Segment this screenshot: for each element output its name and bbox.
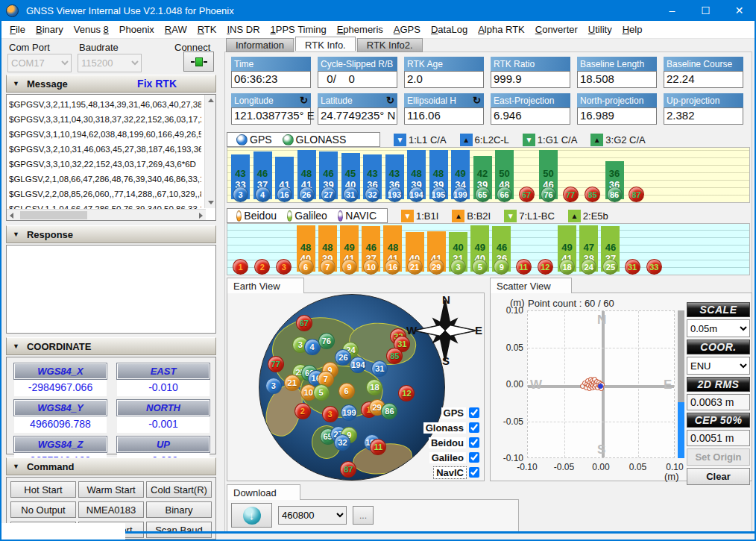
constellation-label-galileo: Galileo bbox=[429, 452, 466, 463]
glonass-dot-icon bbox=[283, 134, 294, 146]
bottom-accent-line bbox=[125, 531, 756, 534]
scroll-thumb[interactable] bbox=[20, 211, 87, 219]
sync-icon[interactable]: ↻ bbox=[473, 96, 481, 105]
message-section-title: Message bbox=[27, 78, 68, 90]
coordinate-system-select[interactable]: ENU bbox=[687, 357, 750, 375]
close-button[interactable]: ✕ bbox=[722, 0, 756, 21]
scroll-up-icon[interactable] bbox=[208, 98, 214, 102]
hot-start-button[interactable]: Hot Start bbox=[10, 481, 76, 498]
menu-item-rtk[interactable]: RTK bbox=[192, 22, 222, 37]
scatter-view-tab: Scatter View bbox=[490, 278, 572, 293]
binary-button[interactable]: Binary bbox=[146, 501, 212, 518]
clear-button[interactable]: Clear bbox=[687, 468, 750, 485]
sat-slot-33: 33 bbox=[644, 224, 665, 275]
menu-item-utility[interactable]: Utility bbox=[583, 22, 617, 37]
menu-item-datalog[interactable]: DataLog bbox=[426, 22, 473, 37]
constellation-checkbox-navic[interactable] bbox=[469, 467, 479, 478]
rtk-field-label: RTK Ratio bbox=[494, 59, 535, 69]
coordinate-header-up[interactable]: UP bbox=[117, 437, 210, 452]
menu-item-phoenix[interactable]: Phoenix bbox=[114, 22, 160, 37]
menu-item-agps[interactable]: AGPS bbox=[388, 22, 426, 37]
coordinate-header-wgs84-x[interactable]: WGS84_X bbox=[14, 363, 107, 379]
command-section-header[interactable]: ▼ Command bbox=[6, 457, 216, 475]
coordinate-field-east: EAST-0.010 bbox=[117, 363, 210, 399]
prn-badge-31: 31 bbox=[343, 187, 359, 202]
compass-east-label: E bbox=[475, 324, 482, 337]
menu-item-help[interactable]: Help bbox=[617, 22, 648, 37]
sat-slot-76: 504676 bbox=[538, 148, 559, 202]
maximize-button[interactable]: ☐ bbox=[689, 0, 722, 21]
sync-icon[interactable]: ↻ bbox=[386, 96, 394, 105]
coordinate-header-wgs84-y[interactable]: WGS84_Y bbox=[14, 400, 107, 416]
constellation-checkbox-gps[interactable] bbox=[469, 407, 479, 418]
coordinate-header-east[interactable]: EAST bbox=[117, 363, 210, 379]
download-button[interactable]: ↓ bbox=[231, 503, 272, 528]
tab-rtk-info[interactable]: RTK Info. bbox=[295, 37, 356, 51]
warm-start-button[interactable]: Warm Start bbox=[78, 481, 144, 498]
menu-item-binary[interactable]: Binary bbox=[31, 22, 69, 37]
scroll-left-icon[interactable] bbox=[10, 213, 13, 219]
menu-item-ephemeris[interactable]: Ephemeris bbox=[332, 22, 388, 37]
fix-rtk-status: Fix RTK bbox=[137, 78, 177, 90]
sat-slot-3: 3 bbox=[274, 224, 294, 275]
tab-rtk-info2[interactable]: RTK Info2. bbox=[357, 38, 423, 52]
nmea-message-list[interactable]: $GPGSV,3,2,11,195,48,134,39,31,46,063,40… bbox=[6, 94, 216, 221]
scale-select[interactable]: 0.05m bbox=[687, 319, 750, 337]
download-baudrate-select[interactable]: 460800 bbox=[278, 506, 347, 525]
menu-item-venus-8[interactable]: Venus 8 bbox=[69, 22, 114, 37]
cold-start-r-button[interactable]: Cold Start(R) bbox=[146, 481, 212, 498]
menu-item-converter[interactable]: Converter bbox=[530, 22, 583, 37]
constellation-checkbox-beidou[interactable] bbox=[469, 437, 479, 448]
scan-baud-button[interactable]: Scan Baud bbox=[146, 522, 212, 538]
message-vertical-scrollbar[interactable] bbox=[204, 95, 215, 208]
message-line: $GPGSV,3,1,10,194,62,038,48,199,60,166,4… bbox=[9, 127, 201, 142]
info-tabs: InformationRTK Info.RTK Info2. bbox=[226, 38, 424, 52]
sat-slot-32: 433632 bbox=[362, 148, 383, 202]
connect-button[interactable] bbox=[183, 51, 214, 72]
prn-badge-6: 6 bbox=[298, 259, 314, 275]
message-section-header[interactable]: ▼ Message Fix RTK bbox=[6, 75, 216, 93]
constellation-checkbox-galileo[interactable] bbox=[469, 452, 479, 463]
tab-information[interactable]: Information bbox=[226, 38, 294, 52]
prn-badge-87: 87 bbox=[629, 187, 644, 202]
constellation-checkbox-glonass[interactable] bbox=[469, 422, 479, 433]
menu-item-1pps-timing[interactable]: 1PPS Timing bbox=[265, 22, 332, 37]
scroll-down-icon[interactable] bbox=[208, 201, 214, 204]
menu-item-alpha-rtk[interactable]: Alpha RTK bbox=[473, 22, 530, 37]
coordinate-section-header[interactable]: ▼ COORDINATE bbox=[6, 337, 216, 355]
sat-slot-16: 4116 bbox=[274, 148, 295, 202]
sat-slot-3: 43333 bbox=[230, 148, 251, 202]
snr-f1-prn-86: 36 bbox=[605, 168, 625, 179]
triangle-down-icon: ▼ bbox=[523, 134, 535, 146]
collapse-icon: ▼ bbox=[13, 343, 19, 350]
no-output-button[interactable]: No Output bbox=[10, 501, 76, 518]
menu-item-raw[interactable]: RAW bbox=[160, 22, 192, 37]
constellation-row-navic: NavIC bbox=[423, 465, 479, 480]
sat-slot-5: 49405 bbox=[470, 224, 491, 275]
message-line: $GPGSV,3,2,10,31,46,063,45,27,38,187,46,… bbox=[9, 142, 201, 157]
nmea0183-button[interactable]: NMEA0183 bbox=[78, 501, 144, 518]
rtk-field-latitude: Latitude↻24.7749235° N bbox=[318, 93, 397, 125]
response-section-header[interactable]: ▼ Response bbox=[6, 225, 216, 243]
navic-dot-icon bbox=[338, 210, 343, 222]
sync-icon[interactable]: ↻ bbox=[300, 96, 308, 105]
prn-badge-193: 193 bbox=[387, 187, 403, 202]
earth-view-box: N S W E GPSGlonassBeidouGalileoNavIC 673… bbox=[227, 293, 485, 481]
coordinate-header-wgs84-z[interactable]: WGS84_Z bbox=[14, 437, 107, 452]
menu-item-file[interactable]: File bbox=[4, 22, 31, 37]
menu-item-ins-dr[interactable]: INS DR bbox=[221, 22, 265, 37]
baudrate-select[interactable]: 115200 bbox=[78, 54, 142, 72]
scroll-right-icon[interactable] bbox=[199, 213, 203, 219]
set-origin-button[interactable]: Set Origin bbox=[687, 448, 750, 466]
minimize-button[interactable]: – bbox=[655, 0, 689, 21]
browse-button[interactable]: ... bbox=[353, 506, 374, 525]
coordinate-value-wgs84-x: -2984967.066 bbox=[14, 379, 107, 396]
coordinate-header-north[interactable]: NORTH bbox=[117, 400, 210, 416]
sat-slot-193: 4336193 bbox=[385, 148, 406, 202]
cep-value: 0.0051 m bbox=[687, 430, 750, 446]
message-horizontal-scrollbar[interactable] bbox=[7, 209, 206, 220]
beidou-legend-label: Beidou bbox=[244, 210, 277, 222]
sat-slot-18: 494118 bbox=[557, 224, 578, 275]
compass-west-label: W bbox=[406, 324, 417, 337]
com-port-select[interactable]: COM17 bbox=[7, 54, 72, 72]
